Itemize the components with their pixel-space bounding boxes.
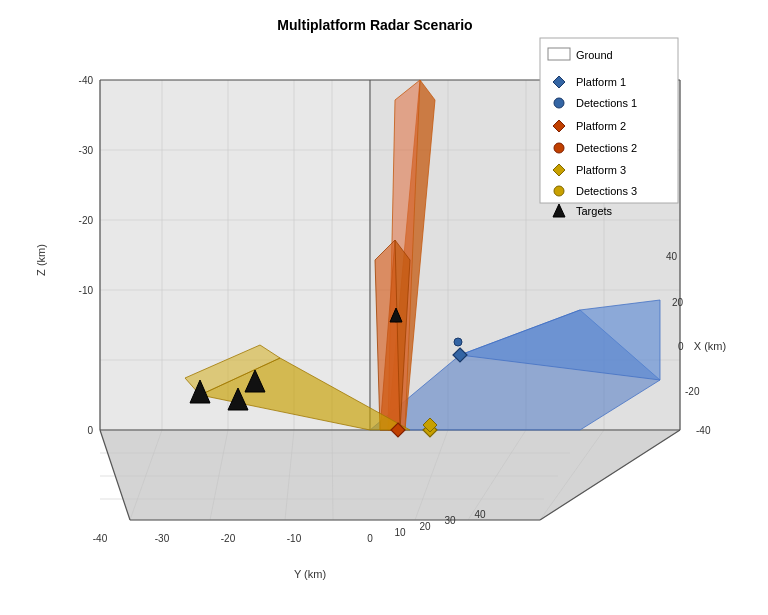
svg-text:0: 0 <box>367 533 373 544</box>
svg-text:0: 0 <box>678 341 684 352</box>
svg-rect-64 <box>548 48 570 60</box>
legend-platform2-label: Platform 2 <box>576 120 626 132</box>
legend-platform3-label: Platform 3 <box>576 164 626 176</box>
main-svg: -40 -30 -20 -10 0 Z (km) -40 -30 -20 -10… <box>0 0 768 615</box>
svg-text:10: 10 <box>394 527 406 538</box>
svg-text:0: 0 <box>87 425 93 436</box>
svg-text:20: 20 <box>672 297 684 308</box>
svg-text:40: 40 <box>666 251 678 262</box>
legend-detections2-label: Detections 2 <box>576 142 637 154</box>
svg-point-70 <box>554 186 564 196</box>
legend-detections3-label: Detections 3 <box>576 185 637 197</box>
svg-text:-10: -10 <box>287 533 302 544</box>
figure-container: Multiplatform Radar Scenario <box>0 0 768 615</box>
svg-text:-30: -30 <box>79 145 94 156</box>
svg-text:-40: -40 <box>696 425 711 436</box>
plot-title-svg: Multiplatform Radar Scenario <box>277 17 472 33</box>
z-axis-label: Z (km) <box>35 244 47 276</box>
x-axis-label: X (km) <box>694 340 726 352</box>
svg-text:-10: -10 <box>79 285 94 296</box>
svg-point-66 <box>554 98 564 108</box>
legend-ground-label: Ground <box>576 49 613 61</box>
svg-text:30: 30 <box>444 515 456 526</box>
legend-detections1-label: Detections 1 <box>576 97 637 109</box>
y-axis-label: Y (km) <box>294 568 326 580</box>
legend-targets-label: Targets <box>576 205 613 217</box>
svg-text:-30: -30 <box>155 533 170 544</box>
svg-text:-40: -40 <box>79 75 94 86</box>
svg-text:-40: -40 <box>93 533 108 544</box>
svg-text:-20: -20 <box>685 386 700 397</box>
svg-point-68 <box>554 143 564 153</box>
detection1-marker <box>454 338 462 346</box>
svg-text:-20: -20 <box>221 533 236 544</box>
svg-text:-20: -20 <box>79 215 94 226</box>
legend-platform1-label: Platform 1 <box>576 76 626 88</box>
svg-text:20: 20 <box>419 521 431 532</box>
svg-text:40: 40 <box>474 509 486 520</box>
